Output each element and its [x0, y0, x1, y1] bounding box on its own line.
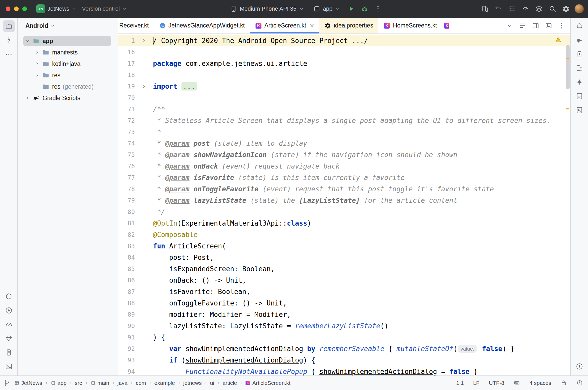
- user-avatar[interactable]: [575, 4, 584, 13]
- terminal-tool-button[interactable]: [3, 360, 15, 372]
- tree-item-gradle-scripts[interactable]: Gradle Scripts: [18, 92, 118, 104]
- device-selector[interactable]: Medium Phone API 35: [227, 3, 307, 15]
- breadcrumb-separator-icon: [204, 381, 208, 385]
- tab-Receiver.kt[interactable]: Receiver.kt: [118, 18, 154, 33]
- hidden-tabs-button[interactable]: [505, 20, 515, 31]
- line-ending-widget[interactable]: LF: [473, 380, 480, 386]
- build-analyzer-icon: [522, 5, 529, 13]
- logcat-tool-button[interactable]: [3, 346, 15, 358]
- editor[interactable]: 1/ Copyright 2020 The Android Open Sourc…: [118, 34, 570, 375]
- notifications-status-icon[interactable]: [576, 380, 583, 386]
- gutter-space: [135, 240, 153, 252]
- layout-inspector-button[interactable]: [534, 4, 544, 14]
- close-window-button[interactable]: [6, 6, 10, 11]
- tree-item-kotlin+java[interactable]: kotlin+java: [18, 58, 118, 69]
- encoding-widget[interactable]: UTF-8: [489, 380, 504, 386]
- tree-item-res[interactable]: res: [18, 69, 118, 81]
- breadcrumb-src[interactable]: src: [74, 379, 83, 387]
- gutter-space: [135, 183, 153, 195]
- tree-toggle-icon[interactable]: [34, 61, 40, 66]
- code-text: * Stateless Article Screen that displays…: [153, 115, 551, 126]
- project-tool-button[interactable]: [3, 20, 15, 32]
- project-selector[interactable]: JN JetNews: [34, 3, 79, 15]
- device-explorer-tool-button[interactable]: [573, 48, 585, 60]
- breadcrumb-java[interactable]: java: [116, 379, 129, 387]
- fold-marker-icon[interactable]: [135, 35, 153, 46]
- breadcrumb-separator-icon: [111, 381, 115, 385]
- run-toolbar: Medium Phone API 35 app: [227, 3, 383, 15]
- structure-button[interactable]: [517, 20, 528, 31]
- breadcrumb-articlescreen.kt[interactable]: KArticleScreen.kt: [244, 379, 292, 387]
- fold-marker-icon[interactable]: [135, 81, 153, 92]
- app-quality-insights-tool-button[interactable]: [3, 332, 15, 344]
- indent-widget[interactable]: 4 spaces: [529, 380, 551, 386]
- run-configuration-selector[interactable]: app: [310, 3, 343, 15]
- more-vertical-button[interactable]: [556, 20, 567, 31]
- more-horizontal-tool-button[interactable]: [3, 48, 15, 60]
- editor-scrollbar[interactable]: [566, 45, 570, 89]
- breadcrumb-com[interactable]: com: [135, 379, 148, 387]
- rollback-button[interactable]: [494, 4, 503, 14]
- run-tool-button[interactable]: [3, 304, 15, 316]
- tab-HomeScreens.kt[interactable]: KHomeScreens.kt: [378, 18, 442, 33]
- zoom-window-button[interactable]: [22, 6, 27, 11]
- breadcrumb-app[interactable]: app: [49, 379, 68, 387]
- keyboard-icon[interactable]: [514, 380, 520, 386]
- breadcrumb-jetnews[interactable]: JetNews: [13, 379, 44, 387]
- tree-item-manifests[interactable]: manifests: [18, 47, 118, 58]
- problems-tool-button[interactable]: [573, 360, 585, 372]
- commit-tool-button[interactable]: [3, 34, 15, 46]
- tree-item-res[interactable]: res (generated): [18, 81, 118, 92]
- unlock-icon[interactable]: [561, 380, 567, 386]
- vcs-widget[interactable]: Version control: [79, 4, 130, 14]
- caret-position-widget[interactable]: 1:1: [456, 380, 464, 386]
- project-view-selector[interactable]: Android: [18, 18, 118, 34]
- tree-toggle-icon[interactable]: [34, 73, 40, 78]
- profiler-tool-button[interactable]: [3, 318, 15, 330]
- connected-devices-icon: [481, 5, 489, 13]
- breadcrumb-label: example: [154, 380, 175, 386]
- left-tool-strip: [0, 18, 18, 375]
- tab-ArticleScreen.kt[interactable]: KArticleScreen.kt×: [250, 18, 319, 33]
- breadcrumb-jetnews[interactable]: jetnews: [182, 379, 203, 387]
- tab-partial[interactable]: K: [442, 18, 449, 33]
- breadcrumb-main[interactable]: main: [89, 379, 111, 387]
- code-line: 72 * Stateless Article Screen that displ…: [118, 115, 570, 126]
- split-editor-button[interactable]: [530, 20, 541, 31]
- breadcrumb-ui[interactable]: ui: [209, 379, 215, 387]
- assistant-tool-button[interactable]: [573, 90, 585, 102]
- more-run-actions-button[interactable]: [373, 4, 383, 14]
- git-branch-icon[interactable]: [4, 380, 10, 386]
- code-text: package com.example.jetnews.ui.article: [153, 58, 307, 69]
- gemini-tool-button[interactable]: [573, 76, 585, 88]
- preview-button[interactable]: [543, 20, 554, 31]
- tree-toggle-icon[interactable]: [25, 95, 30, 101]
- close-tab-button[interactable]: ×: [310, 22, 314, 29]
- connected-devices-button[interactable]: [480, 4, 490, 14]
- tab-JetnewsGlanceAppWidget.kt[interactable]: CJetnewsGlanceAppWidget.kt: [154, 18, 250, 33]
- code-text: isExpandedScreen: Boolean,: [153, 263, 275, 275]
- task-list-button[interactable]: [507, 4, 517, 14]
- gutter-space: [135, 309, 153, 320]
- gradle-tool-button[interactable]: [573, 34, 585, 46]
- minimize-window-button[interactable]: [14, 6, 19, 11]
- build-variants-tool-button[interactable]: [3, 290, 15, 302]
- warning-stripe-mark[interactable]: [566, 108, 569, 109]
- app-inspection-tool-button[interactable]: [573, 104, 585, 116]
- settings-button[interactable]: [561, 4, 571, 14]
- search-button[interactable]: [548, 4, 557, 14]
- tree-toggle-icon[interactable]: [34, 50, 40, 55]
- tree-toggle-icon[interactable]: [25, 38, 30, 44]
- build-analyzer-button[interactable]: [521, 4, 530, 14]
- breadcrumb-example[interactable]: example: [153, 379, 176, 387]
- debug-button[interactable]: [360, 4, 369, 14]
- notifications-tool-button[interactable]: [573, 20, 585, 32]
- breadcrumb-article[interactable]: article: [221, 379, 238, 387]
- tab-idea.properties[interactable]: idea.properties: [319, 18, 378, 33]
- run-button[interactable]: [346, 4, 356, 14]
- inspections-widget[interactable]: [555, 36, 562, 43]
- tree-item-app[interactable]: app: [18, 35, 118, 47]
- warning-stripe-mark[interactable]: [566, 58, 569, 59]
- gutter-space: [135, 366, 153, 375]
- device-manager-tool-button[interactable]: [573, 62, 585, 74]
